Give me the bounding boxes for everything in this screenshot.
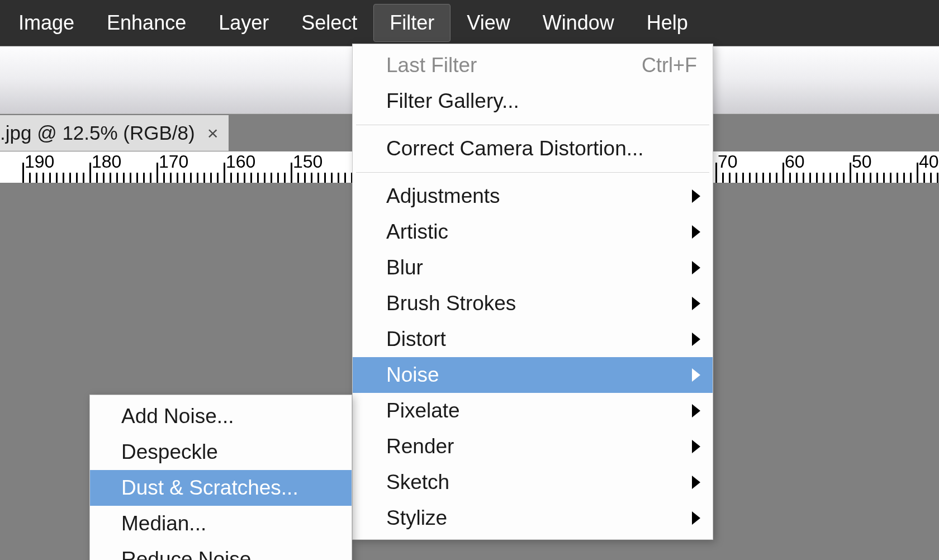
ruler-tick-minor bbox=[103, 173, 105, 183]
filter-menu: Last FilterCtrl+FFilter Gallery...Correc… bbox=[352, 44, 713, 540]
ruler-tick-minor bbox=[143, 173, 145, 183]
menu-item-label: Brush Strokes bbox=[386, 292, 516, 315]
ruler-tick-minor bbox=[930, 173, 932, 183]
ruler-tick-minor bbox=[749, 173, 751, 183]
document-tab[interactable]: .jpg @ 12.5% (RGB/8) × bbox=[0, 115, 229, 151]
menubar-item-image[interactable]: Image bbox=[2, 4, 91, 42]
ruler-tick-minor bbox=[257, 173, 259, 183]
menu-item-adjustments[interactable]: Adjustments bbox=[353, 178, 713, 214]
ruler-tick-minor bbox=[264, 173, 265, 183]
ruler-tick-major bbox=[715, 163, 717, 183]
ruler-tick-minor bbox=[110, 173, 111, 183]
ruler-tick-minor bbox=[903, 173, 905, 183]
ruler-tick-minor bbox=[776, 173, 777, 183]
ruler-tick-minor bbox=[769, 173, 771, 183]
ruler-tick-minor bbox=[237, 173, 239, 183]
ruler-tick-minor bbox=[923, 173, 925, 183]
ruler-tick-minor bbox=[203, 173, 205, 183]
menu-item-correct-camera-distortion[interactable]: Correct Camera Distortion... bbox=[353, 131, 713, 167]
document-tab-title: .jpg @ 12.5% (RGB/8) bbox=[0, 122, 195, 144]
ruler-tick-major bbox=[156, 163, 158, 183]
menu-item-sketch[interactable]: Sketch bbox=[353, 464, 713, 500]
ruler-tick-minor bbox=[324, 173, 326, 183]
menu-item-filter-gallery[interactable]: Filter Gallery... bbox=[353, 83, 713, 119]
submenu-item-despeckle[interactable]: Despeckle bbox=[90, 434, 352, 470]
menubar-item-enhance[interactable]: Enhance bbox=[91, 4, 202, 42]
ruler-tick-minor bbox=[729, 173, 731, 183]
ruler-label: 50 bbox=[852, 151, 872, 172]
submenu-item-reduce-noise[interactable]: Reduce Noise... bbox=[90, 542, 352, 560]
ruler-tick-minor bbox=[83, 173, 84, 183]
ruler-tick-minor bbox=[36, 173, 37, 183]
ruler-label: 60 bbox=[785, 151, 805, 172]
ruler-tick-minor bbox=[876, 173, 878, 183]
ruler-label: 190 bbox=[25, 151, 54, 172]
menubar-item-filter[interactable]: Filter bbox=[373, 4, 450, 42]
ruler-tick-minor bbox=[823, 173, 824, 183]
menubar-item-view[interactable]: View bbox=[450, 4, 526, 42]
ruler-tick-minor bbox=[163, 173, 165, 183]
submenu-arrow-icon bbox=[692, 440, 700, 453]
ruler-tick-minor bbox=[96, 173, 98, 183]
submenu-arrow-icon bbox=[692, 404, 700, 417]
menu-item-brush-strokes[interactable]: Brush Strokes bbox=[353, 286, 713, 321]
ruler-tick-minor bbox=[344, 173, 346, 183]
menu-item-label: Artistic bbox=[386, 220, 448, 244]
ruler-tick-minor bbox=[29, 173, 31, 183]
menu-item-blur[interactable]: Blur bbox=[353, 250, 713, 286]
ruler-tick-minor bbox=[284, 173, 286, 183]
submenu-arrow-icon bbox=[692, 511, 700, 525]
ruler-tick-minor bbox=[722, 173, 724, 183]
submenu-item-add-noise[interactable]: Add Noise... bbox=[90, 398, 352, 434]
ruler-tick-minor bbox=[244, 173, 245, 183]
submenu-item-dust-scratches[interactable]: Dust & Scratches... bbox=[90, 470, 352, 506]
ruler-tick-minor bbox=[311, 173, 312, 183]
menu-separator bbox=[356, 125, 709, 125]
submenu-arrow-icon bbox=[692, 225, 700, 239]
menubar-item-help[interactable]: Help bbox=[630, 4, 704, 42]
ruler-tick-minor bbox=[843, 173, 845, 183]
submenu-item-median[interactable]: Median... bbox=[90, 506, 352, 542]
ruler-tick-minor bbox=[271, 173, 272, 183]
menu-item-label: Noise bbox=[386, 363, 439, 387]
ruler-tick-minor bbox=[76, 173, 78, 183]
menu-item-pixelate[interactable]: Pixelate bbox=[353, 393, 713, 429]
menubar-item-layer[interactable]: Layer bbox=[202, 4, 285, 42]
ruler-tick-minor bbox=[338, 173, 339, 183]
ruler-tick-minor bbox=[297, 173, 299, 183]
menubar-item-select[interactable]: Select bbox=[285, 4, 373, 42]
submenu-arrow-icon bbox=[692, 189, 700, 203]
ruler-tick-minor bbox=[177, 173, 178, 183]
menu-item-label: Render bbox=[386, 435, 454, 458]
menu-item-label: Last Filter bbox=[386, 54, 477, 77]
menu-item-shortcut: Ctrl+F bbox=[642, 54, 697, 77]
menubar-item-window[interactable]: Window bbox=[527, 4, 630, 42]
ruler-tick-minor bbox=[49, 173, 51, 183]
ruler-tick-minor bbox=[756, 173, 757, 183]
ruler-tick-major bbox=[291, 163, 292, 183]
ruler-tick-major bbox=[89, 163, 91, 183]
close-icon[interactable]: × bbox=[207, 122, 219, 144]
menu-item-label: Adjustments bbox=[386, 184, 500, 208]
ruler-tick-minor bbox=[829, 173, 831, 183]
submenu-arrow-icon bbox=[692, 261, 700, 274]
ruler-tick-minor bbox=[803, 173, 804, 183]
ruler-tick-minor bbox=[116, 173, 118, 183]
ruler-tick-minor bbox=[910, 173, 912, 183]
menu-item-last-filter: Last FilterCtrl+F bbox=[353, 48, 713, 83]
ruler-label: 180 bbox=[92, 151, 121, 172]
ruler-tick-major bbox=[22, 163, 24, 183]
menu-item-distort[interactable]: Distort bbox=[353, 321, 713, 357]
ruler-tick-minor bbox=[937, 173, 938, 183]
menu-item-render[interactable]: Render bbox=[353, 429, 713, 464]
menu-item-noise[interactable]: Noise bbox=[353, 357, 713, 393]
ruler-tick-major bbox=[224, 163, 225, 183]
ruler-tick-minor bbox=[183, 173, 185, 183]
ruler-tick-minor bbox=[217, 173, 219, 183]
menu-item-stylize[interactable]: Stylize bbox=[353, 500, 713, 536]
ruler-label: 150 bbox=[293, 151, 323, 172]
menu-item-artistic[interactable]: Artistic bbox=[353, 214, 713, 250]
ruler-tick-minor bbox=[742, 173, 744, 183]
ruler-tick-minor bbox=[250, 173, 252, 183]
ruler-tick-minor bbox=[230, 173, 232, 183]
